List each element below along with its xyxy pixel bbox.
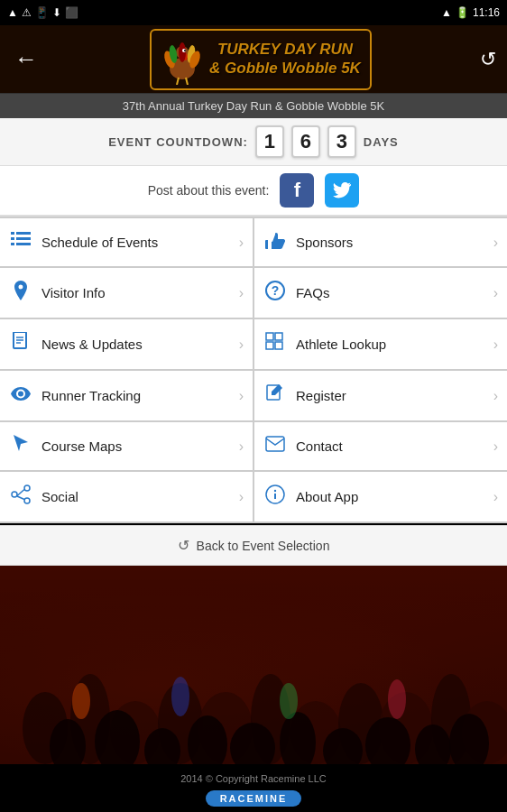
chevron-icon: ›: [239, 337, 244, 353]
chevron-icon: ›: [239, 438, 244, 455]
countdown-digit-2: 6: [291, 125, 320, 158]
alert-icon: ⚠: [22, 6, 32, 19]
countdown-digit-1: 1: [255, 125, 284, 158]
question-icon: ?: [265, 281, 285, 300]
svg-point-34: [24, 498, 30, 503]
copyright-text: 2014 © Copyright Racemine LLC: [0, 773, 507, 784]
menu-item-maps[interactable]: Course Maps ›: [0, 422, 253, 470]
battery-icon: 🔋: [456, 6, 469, 19]
back-event-label: Back to Event Selection: [197, 539, 330, 553]
menu-item-schedule[interactable]: Schedule of Events ›: [0, 218, 253, 266]
app-icon: ⬛: [65, 6, 78, 19]
turkey-logo-icon: [161, 34, 204, 85]
chevron-icon: ›: [239, 235, 244, 251]
document-icon: [12, 332, 30, 352]
menu-item-athlete[interactable]: Athlete Lookup ›: [254, 319, 507, 369]
status-icons: ▲ ⚠ 📱 ⬇ ⬛: [7, 6, 78, 19]
svg-point-12: [184, 50, 186, 51]
app-header: ← TURKEY DAY RUN & Gobble: [0, 25, 507, 94]
svg-rect-31: [266, 437, 284, 451]
menu-item-visitor[interactable]: Visitor Info ›: [0, 268, 253, 318]
grid-icon: [265, 332, 285, 352]
svg-rect-15: [11, 237, 14, 240]
mail-icon: [265, 436, 285, 452]
countdown-days: DAYS: [364, 135, 399, 149]
time-display: 11:16: [473, 6, 500, 19]
twitter-button[interactable]: [325, 173, 359, 208]
menu-item-social[interactable]: Social ›: [0, 472, 253, 521]
sponsors-icon: [263, 231, 287, 254]
svg-rect-26: [275, 333, 282, 340]
refresh-button[interactable]: ↺: [480, 48, 496, 71]
cursor-icon: [12, 435, 30, 453]
visitor-icon: [9, 281, 32, 305]
svg-rect-18: [16, 243, 31, 245]
logo-text: TURKEY DAY RUN & Gobble Wobble 5K: [209, 41, 361, 78]
menu-item-contact[interactable]: Contact ›: [254, 422, 507, 470]
athlete-icon: [263, 332, 287, 356]
status-right: ▲ 🔋 11:16: [441, 6, 500, 19]
svg-point-62: [72, 683, 90, 719]
chevron-icon: ›: [493, 438, 498, 455]
countdown-bar: EVENT COUNTDOWN: 1 6 3 DAYS: [0, 118, 507, 166]
menu-label-about: About App: [296, 489, 484, 504]
crowd-illustration: [0, 566, 507, 764]
svg-rect-25: [266, 333, 273, 340]
svg-line-36: [17, 496, 24, 500]
svg-rect-28: [275, 342, 282, 349]
menu-item-sponsors[interactable]: Sponsors ›: [254, 218, 507, 266]
menu-item-news[interactable]: News & Updates ›: [0, 319, 253, 369]
tracking-icon: [9, 385, 32, 406]
event-title: 37th Annual Turkey Day Run & Gobble Wobb…: [123, 99, 384, 113]
menu-label-athlete: Athlete Lookup: [296, 337, 484, 352]
list-icon: [11, 232, 31, 248]
logo-title-line1: TURKEY DAY RUN: [209, 41, 361, 59]
svg-point-64: [280, 683, 298, 719]
menu-item-tracking[interactable]: Runner Tracking ›: [0, 371, 253, 420]
menu-item-faqs[interactable]: ? FAQs ›: [254, 268, 507, 318]
menu-item-register[interactable]: Register ›: [254, 371, 507, 420]
schedule-icon: [9, 232, 32, 253]
menu-label-faqs: FAQs: [296, 285, 484, 300]
back-button[interactable]: ←: [11, 42, 41, 77]
menu-label-maps: Course Maps: [41, 438, 230, 454]
chevron-icon: ›: [493, 285, 498, 301]
chevron-icon: ›: [239, 285, 244, 301]
svg-rect-13: [11, 232, 14, 235]
svg-point-33: [12, 492, 17, 497]
menu-item-about[interactable]: About App ›: [254, 472, 507, 521]
menu-grid: Schedule of Events › Sponsors › Visitor …: [0, 217, 507, 523]
wifi-icon: ▲: [441, 6, 452, 19]
svg-rect-17: [11, 243, 14, 245]
faqs-icon: ?: [263, 281, 287, 305]
chevron-icon: ›: [493, 337, 498, 353]
back-to-event-button[interactable]: ↺ Back to Event Selection: [0, 525, 507, 566]
svg-line-10: [186, 78, 188, 85]
menu-label-contact: Contact: [296, 438, 484, 454]
news-icon: [9, 332, 32, 356]
chevron-icon: ›: [493, 388, 498, 404]
chevron-icon: ›: [493, 489, 498, 505]
about-icon: [263, 484, 287, 509]
svg-line-9: [177, 78, 179, 85]
svg-rect-27: [266, 342, 273, 349]
svg-point-63: [171, 677, 189, 716]
share-icon: [11, 484, 31, 504]
menu-label-social: Social: [41, 489, 230, 504]
svg-point-32: [24, 485, 30, 491]
chevron-icon: ›: [239, 388, 244, 404]
logo-title-line2: & Gobble Wobble 5K: [209, 60, 361, 78]
countdown-label: EVENT COUNTDOWN:: [108, 135, 248, 149]
countdown-digit-3: 3: [327, 125, 356, 158]
header-logo: TURKEY DAY RUN & Gobble Wobble 5K: [150, 29, 372, 90]
racemine-logo: RACEMINE: [206, 790, 302, 807]
svg-rect-16: [16, 237, 31, 240]
svg-rect-14: [16, 232, 31, 235]
thumbsup-icon: [265, 231, 285, 249]
twitter-icon: [333, 182, 351, 198]
back-event-icon: ↺: [178, 537, 189, 554]
sub-header: 37th Annual Turkey Day Run & Gobble Wobb…: [0, 94, 507, 118]
chevron-icon: ›: [493, 235, 498, 251]
facebook-button[interactable]: f: [280, 173, 314, 208]
social-bar: Post about this event: f: [0, 166, 507, 217]
